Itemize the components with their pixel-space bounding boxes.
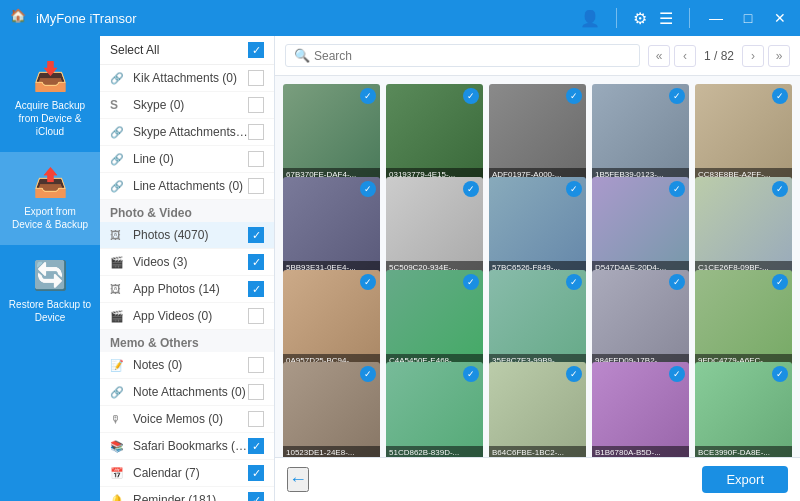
menu-item-line[interactable]: 🔗 Line (0) [100, 146, 274, 173]
search-input[interactable] [314, 49, 631, 63]
photo-check-indicator [566, 88, 582, 104]
photo-item[interactable]: 9FDC4779-A6EC-... [695, 270, 792, 367]
notes-checkbox[interactable] [248, 357, 264, 373]
user-icon[interactable]: 👤 [580, 9, 600, 28]
menu-item-safari-bm[interactable]: 📚 Safari Bookmarks (404) [100, 433, 274, 460]
photo-check-indicator [669, 274, 685, 290]
note-att-label: Note Attachments (0) [133, 385, 248, 399]
skype-label: Skype (0) [133, 98, 248, 112]
select-all-row[interactable]: Select All [100, 36, 274, 65]
right-panel: 🔍 « ‹ 1 / 82 › » 67B370FE-DAF4-...031937… [275, 36, 800, 501]
sidebar-item-acquire[interactable]: 📥 Acquire Backup from Device & iCloud [0, 46, 100, 152]
kik-checkbox[interactable] [248, 70, 264, 86]
menu-item-app-photos[interactable]: 🖼 App Photos (14) [100, 276, 274, 303]
photo-item[interactable]: 1B5FEB39-0123-... [592, 84, 689, 181]
skype-att-icon: 🔗 [110, 126, 128, 139]
photo-item[interactable]: 0A957D25-BC94-... [283, 270, 380, 367]
photo-check-indicator [360, 181, 376, 197]
videos-checkbox[interactable] [248, 254, 264, 270]
photo-item[interactable]: 10523DE1-24E8-... [283, 362, 380, 457]
photo-item[interactable]: 984FED09-17B2-... [592, 270, 689, 367]
settings-icon[interactable]: ⚙ [633, 9, 647, 28]
maximize-button[interactable]: □ [738, 10, 758, 26]
calendar-checkbox[interactable] [248, 465, 264, 481]
line-checkbox[interactable] [248, 151, 264, 167]
photo-item[interactable]: 67B370FE-DAF4-... [283, 84, 380, 181]
menu-item-notes[interactable]: 📝 Notes (0) [100, 352, 274, 379]
sidebar-item-export-label: Export from Device & Backup [8, 205, 92, 231]
photo-check-indicator [772, 274, 788, 290]
photo-label: B64C6FBE-1BC2-... [489, 446, 586, 457]
photo-item[interactable]: 57BC6526-F849-... [489, 177, 586, 274]
left-sidebar: 📥 Acquire Backup from Device & iCloud 📤 … [0, 36, 100, 501]
acquire-icon: 📥 [33, 60, 68, 93]
photo-item[interactable]: 35E8C7E3-99B9-... [489, 270, 586, 367]
note-att-checkbox[interactable] [248, 384, 264, 400]
photo-item[interactable]: BCE3990F-DA8E-... [695, 362, 792, 457]
skype-att-checkbox[interactable] [248, 124, 264, 140]
minimize-button[interactable]: — [706, 10, 726, 26]
menu-item-line-att[interactable]: 🔗 Line Attachments (0) [100, 173, 274, 200]
app-photos-label: App Photos (14) [133, 282, 248, 296]
next-page-button[interactable]: › [742, 45, 764, 67]
back-button[interactable]: ← [287, 467, 309, 492]
photo-item[interactable]: D547D4AE-20D4-... [592, 177, 689, 274]
last-page-button[interactable]: » [768, 45, 790, 67]
pagination: « ‹ 1 / 82 › » [648, 45, 790, 67]
photo-grid: 67B370FE-DAF4-...03193779-4E15-...ADF019… [275, 76, 800, 457]
menu-item-videos[interactable]: 🎬 Videos (3) [100, 249, 274, 276]
prev-page-button[interactable]: ‹ [674, 45, 696, 67]
sidebar-item-restore-label: Restore Backup to Device [8, 298, 92, 324]
videos-label: Videos (3) [133, 255, 248, 269]
safari-bm-checkbox[interactable] [248, 438, 264, 454]
photo-item[interactable]: 51CD862B-839D-... [386, 362, 483, 457]
menu-item-skype[interactable]: S Skype (0) [100, 92, 274, 119]
photo-item[interactable]: 5BB93E31-0EE4-... [283, 177, 380, 274]
export-icon: 📤 [33, 166, 68, 199]
reminder-checkbox[interactable] [248, 492, 264, 501]
notes-icon: 📝 [110, 359, 128, 372]
photo-item[interactable]: C4A5450E-E468-... [386, 270, 483, 367]
voice-checkbox[interactable] [248, 411, 264, 427]
photo-check-indicator [566, 181, 582, 197]
menu-item-voice[interactable]: 🎙 Voice Memos (0) [100, 406, 274, 433]
photo-item[interactable]: C1CE26F8-09BF-... [695, 177, 792, 274]
app-photos-icon: 🖼 [110, 283, 128, 295]
menu-icon[interactable]: ☰ [659, 9, 673, 28]
menu-item-app-videos[interactable]: 🎬 App Videos (0) [100, 303, 274, 330]
search-input-wrap[interactable]: 🔍 [285, 44, 640, 67]
export-button[interactable]: Export [702, 466, 788, 493]
photo-check-indicator [772, 88, 788, 104]
reminder-label: Reminder (181) [133, 493, 248, 501]
photo-label: 51CD862B-839D-... [386, 446, 483, 457]
menu-item-reminder[interactable]: 🔔 Reminder (181) [100, 487, 274, 501]
voice-icon: 🎙 [110, 413, 128, 425]
photos-checkbox[interactable] [248, 227, 264, 243]
select-all-checkbox[interactable] [248, 42, 264, 58]
menu-item-skype-att[interactable]: 🔗 Skype Attachments (0) [100, 119, 274, 146]
photo-item[interactable]: CC83E8BE-A2FF-... [695, 84, 792, 181]
calendar-icon: 📅 [110, 467, 128, 480]
menu-item-photos[interactable]: 🖼 Photos (4070) [100, 222, 274, 249]
photo-item[interactable]: B64C6FBE-1BC2-... [489, 362, 586, 457]
photo-item[interactable]: 5C509C20-934E-... [386, 177, 483, 274]
skype-checkbox[interactable] [248, 97, 264, 113]
app-videos-checkbox[interactable] [248, 308, 264, 324]
menu-item-kik[interactable]: 🔗 Kik Attachments (0) [100, 65, 274, 92]
line-att-checkbox[interactable] [248, 178, 264, 194]
photo-item[interactable]: 03193779-4E15-... [386, 84, 483, 181]
app-photos-checkbox[interactable] [248, 281, 264, 297]
menu-item-calendar[interactable]: 📅 Calendar (7) [100, 460, 274, 487]
photo-item[interactable]: ADF0197F-A000-... [489, 84, 586, 181]
sidebar-item-restore[interactable]: 🔄 Restore Backup to Device [0, 245, 100, 338]
close-button[interactable]: ✕ [770, 10, 790, 26]
photo-check-indicator [566, 366, 582, 382]
photo-check-indicator [669, 181, 685, 197]
photo-check-indicator [669, 366, 685, 382]
sidebar-item-export[interactable]: 📤 Export from Device & Backup [0, 152, 100, 245]
app-title: iMyFone iTransor [36, 11, 580, 26]
photo-item[interactable]: B1B6780A-B5D-... [592, 362, 689, 457]
first-page-button[interactable]: « [648, 45, 670, 67]
line-label: Line (0) [133, 152, 248, 166]
menu-item-note-att[interactable]: 🔗 Note Attachments (0) [100, 379, 274, 406]
